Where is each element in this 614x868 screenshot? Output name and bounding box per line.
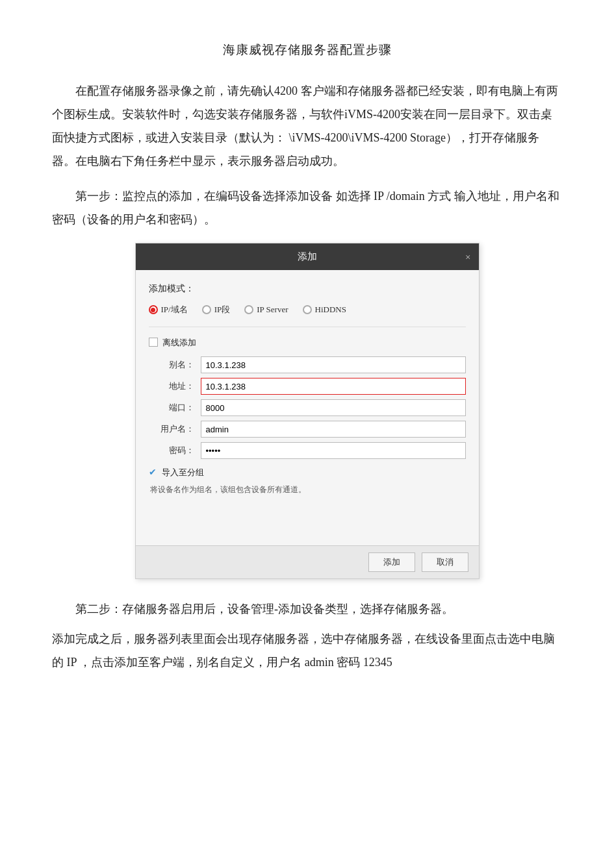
address-label: 地址： [149,378,194,393]
divider [149,327,466,327]
radio-ip-domain[interactable]: IP/域名 [149,302,188,317]
radio-circle-hiddns [303,305,312,314]
close-icon[interactable]: × [465,248,470,266]
radio-label-ip-domain: IP/域名 [161,302,188,317]
field-address-row: 地址： [149,378,466,395]
radio-label-ip-server: IP Server [257,302,288,317]
dialog-spacer [149,506,466,539]
field-port-row: 端口： [149,399,466,416]
add-button[interactable]: 添加 [368,552,415,572]
step2-line2: 添加完成之后，服务器列表里面会出现存储服务器，选中存储服务器，在线设备里面点击选… [52,627,562,674]
dialog-wrapper: 添加 × 添加模式： IP/域名 IP段 IP Server [52,243,562,579]
port-input[interactable] [201,399,466,416]
alias-input[interactable] [201,356,466,373]
password-input[interactable] [201,442,466,459]
import-hint: 将设备名作为组名，该组包含设备所有通道。 [150,483,466,497]
dialog-body: 添加模式： IP/域名 IP段 IP Server HiDDNS [136,270,479,539]
port-label: 端口： [149,400,194,415]
field-username-row: 用户名： [149,421,466,438]
alias-label: 别名： [149,357,194,372]
offline-checkbox[interactable] [149,338,158,347]
radio-label-ip-segment: IP段 [214,302,231,317]
offline-label: 离线添加 [162,335,196,350]
page-title: 海康威视存储服务器配置步骤 [52,39,562,61]
cancel-button[interactable]: 取消 [422,552,468,572]
radio-hiddns[interactable]: HiDDNS [303,302,346,317]
dialog-footer: 添加 取消 [136,545,479,578]
field-password-row: 密码： [149,442,466,459]
offline-checkbox-row[interactable]: 离线添加 [149,335,466,350]
radio-circle-ip-domain [149,305,158,314]
mode-label: 添加模式： [149,280,466,297]
dialog-title: 添加 [298,248,317,266]
import-group-row[interactable]: ✔ 导入至分组 [149,464,466,480]
radio-row: IP/域名 IP段 IP Server HiDDNS [149,302,466,317]
paragraph-intro: 在配置存储服务器录像之前，请先确认4200 客户端和存储服务器都已经安装，即有电… [52,79,562,173]
address-input[interactable] [201,378,466,395]
password-label: 密码： [149,443,194,458]
username-label: 用户名： [149,421,194,436]
add-device-dialog: 添加 × 添加模式： IP/域名 IP段 IP Server [135,243,480,579]
radio-circle-ip-server [244,305,253,314]
check-icon: ✔ [149,464,157,480]
radio-ip-server[interactable]: IP Server [244,302,288,317]
radio-label-hiddns: HiDDNS [315,302,346,317]
dialog-titlebar: 添加 × [136,243,479,270]
username-input[interactable] [201,421,466,438]
radio-circle-ip-segment [202,305,211,314]
radio-ip-segment[interactable]: IP段 [202,302,231,317]
field-alias-row: 别名： [149,356,466,373]
step1-title: 第一步：监控点的添加，在编码设备选择添加设备 如选择 IP /domain 方式… [52,184,562,231]
step2-line1: 第二步：存储服务器启用后，设备管理-添加设备类型，选择存储服务器。 [52,597,562,621]
import-label: 导入至分组 [162,465,204,480]
